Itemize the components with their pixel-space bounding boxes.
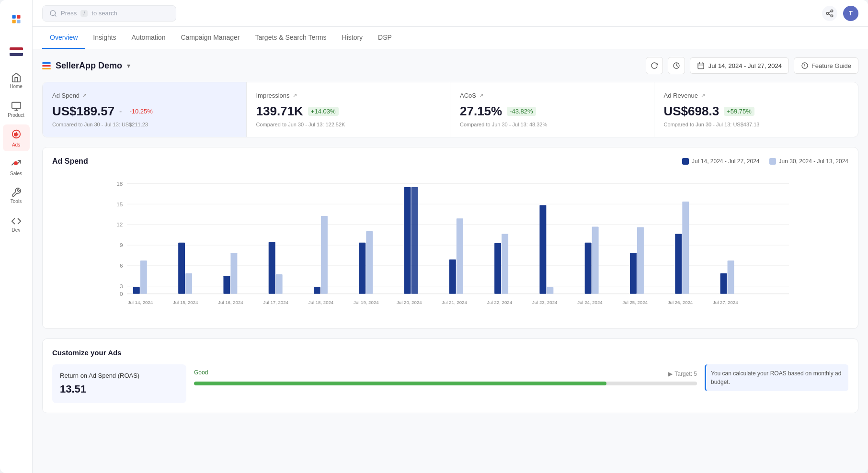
svg-rect-46 bbox=[321, 216, 328, 294]
metric-impressions: Impressions ↗ 139.71K +14.03% Compared t… bbox=[247, 82, 451, 137]
svg-point-11 bbox=[826, 12, 829, 14]
tab-history[interactable]: History bbox=[334, 27, 371, 49]
integrations-icon-btn[interactable] bbox=[822, 6, 837, 21]
flag-icon bbox=[10, 47, 23, 56]
svg-text:12: 12 bbox=[116, 221, 123, 227]
header-actions: Jul 14, 2024 - Jul 27, 2024 Feature Guid… bbox=[646, 57, 858, 74]
svg-rect-54 bbox=[502, 234, 508, 293]
sidebar-item-tools[interactable]: Tools bbox=[3, 182, 30, 209]
date-range-button[interactable]: Jul 14, 2024 - Jul 27, 2024 bbox=[690, 57, 789, 74]
legend-secondary: Jun 30, 2024 - Jul 13, 2024 bbox=[769, 158, 848, 165]
svg-rect-4 bbox=[11, 102, 20, 108]
svg-text:Jul 16, 2024: Jul 16, 2024 bbox=[218, 300, 243, 305]
svg-rect-62 bbox=[682, 202, 689, 294]
svg-line-9 bbox=[55, 15, 56, 16]
page-header: SellerApp Demo ▾ bbox=[42, 57, 858, 74]
svg-rect-44 bbox=[276, 274, 283, 294]
date-range-label: Jul 14, 2024 - Jul 27, 2024 bbox=[708, 62, 782, 69]
sidebar-logo[interactable] bbox=[3, 6, 30, 33]
impressions-link-icon[interactable]: ↗ bbox=[293, 92, 297, 99]
user-avatar[interactable]: T bbox=[843, 6, 858, 21]
roas-value: 13.51 bbox=[60, 383, 179, 395]
ad-revenue-link-icon[interactable]: ↗ bbox=[701, 92, 705, 99]
sidebar-item-product[interactable]: Product bbox=[3, 96, 30, 123]
chart-legend: Jul 14, 2024 - Jul 27, 2024 Jun 30, 2024… bbox=[682, 158, 848, 165]
svg-text:Jul 23, 2024: Jul 23, 2024 bbox=[532, 300, 558, 305]
tab-dsp[interactable]: DSP bbox=[370, 27, 400, 49]
svg-rect-59 bbox=[630, 253, 637, 294]
chart-header: Ad Spend Jul 14, 2024 - Jul 27, 2024 Jun… bbox=[52, 157, 848, 166]
svg-point-10 bbox=[831, 10, 833, 12]
svg-rect-38 bbox=[140, 260, 147, 294]
svg-rect-57 bbox=[585, 243, 592, 294]
impressions-compare: Compared to Jun 30 - Jul 13: 122.52K bbox=[256, 122, 441, 127]
tab-overview[interactable]: Overview bbox=[42, 27, 85, 49]
search-shortcut: / bbox=[80, 10, 88, 17]
svg-rect-48 bbox=[366, 231, 373, 294]
sidebar-product-label: Product bbox=[8, 113, 24, 118]
ad-revenue-label: Ad Revenue ↗ bbox=[664, 92, 849, 99]
svg-point-12 bbox=[831, 15, 833, 17]
sidebar-item-home[interactable]: Home bbox=[3, 67, 30, 94]
svg-rect-50 bbox=[411, 187, 418, 294]
sidebar-item-ads[interactable]: Ads bbox=[3, 124, 30, 151]
svg-rect-64 bbox=[728, 260, 734, 294]
ad-spend-value: US$189.57 bbox=[52, 104, 114, 119]
svg-rect-55 bbox=[539, 205, 546, 293]
acos-link-icon[interactable]: ↗ bbox=[479, 92, 483, 99]
tab-insights[interactable]: Insights bbox=[85, 27, 124, 49]
ad-revenue-compare: Compared to Jun 30 - Jul 13: US$437.13 bbox=[664, 122, 849, 127]
title-stripe bbox=[42, 62, 51, 69]
tab-automation[interactable]: Automation bbox=[124, 27, 173, 49]
title-dropdown-arrow[interactable]: ▾ bbox=[127, 62, 130, 69]
ad-spend-link-icon[interactable]: ↗ bbox=[82, 92, 87, 99]
svg-text:6: 6 bbox=[120, 262, 123, 269]
nav-tabs: Overview Insights Automation Campaign Ma… bbox=[33, 27, 868, 49]
roas-progress-fill bbox=[194, 382, 606, 385]
svg-rect-53 bbox=[494, 243, 501, 294]
ads-badge bbox=[14, 133, 18, 136]
svg-text:Jul 21, 2024: Jul 21, 2024 bbox=[442, 300, 467, 305]
impressions-value: 139.71K bbox=[256, 104, 303, 119]
feature-guide-label: Feature Guide bbox=[811, 62, 851, 69]
metrics-row: Ad Spend ↗ US$189.57 - -10.25% Compared … bbox=[42, 82, 858, 137]
sidebar-item-sales[interactable]: Sales bbox=[3, 153, 30, 180]
svg-rect-52 bbox=[457, 218, 463, 294]
page-title: SellerApp Demo bbox=[56, 61, 122, 71]
tab-targets[interactable]: Targets & Search Terms bbox=[247, 27, 334, 49]
svg-text:15: 15 bbox=[116, 201, 123, 207]
tab-campaign-manager[interactable]: Campaign Manager bbox=[173, 27, 247, 49]
svg-rect-2 bbox=[12, 20, 15, 23]
ad-spend-change: -10.25% bbox=[126, 107, 155, 116]
metric-ad-spend: Ad Spend ↗ US$189.57 - -10.25% Compared … bbox=[43, 82, 247, 137]
sidebar-item-dev[interactable]: Dev bbox=[3, 211, 30, 237]
stripe-line-3 bbox=[42, 68, 51, 69]
info-icon bbox=[801, 62, 809, 69]
search-box[interactable]: Press / to search bbox=[42, 5, 176, 22]
sidebar-tools-label: Tools bbox=[11, 199, 22, 204]
legend-primary: Jul 14, 2024 - Jul 27, 2024 bbox=[682, 158, 759, 165]
svg-text:Jul 26, 2024: Jul 26, 2024 bbox=[668, 300, 693, 305]
legend-dot-primary bbox=[682, 158, 689, 165]
top-bar-actions: T bbox=[822, 6, 858, 21]
main-area: Press / to search T Overview bbox=[33, 0, 868, 473]
feature-guide-button[interactable]: Feature Guide bbox=[794, 57, 858, 74]
stripe-line-1 bbox=[42, 62, 51, 64]
ad-spend-dash: - bbox=[119, 107, 122, 116]
search-suffix: to search bbox=[91, 10, 117, 17]
acos-compare: Compared to Jun 30 - Jul 13: 48.32% bbox=[460, 122, 644, 127]
svg-text:Jul 20, 2024: Jul 20, 2024 bbox=[397, 300, 422, 305]
sidebar-item-flag[interactable] bbox=[3, 38, 30, 65]
sidebar-sales-label: Sales bbox=[10, 171, 22, 176]
svg-line-13 bbox=[828, 14, 831, 15]
svg-rect-60 bbox=[637, 227, 644, 294]
svg-rect-58 bbox=[592, 226, 599, 293]
svg-text:Jul 27, 2024: Jul 27, 2024 bbox=[713, 300, 738, 305]
history-button[interactable] bbox=[668, 57, 685, 74]
svg-text:Jul 14, 2024: Jul 14, 2024 bbox=[128, 300, 153, 305]
svg-text:18: 18 bbox=[116, 180, 123, 187]
calendar-icon bbox=[697, 62, 705, 69]
sidebar-dev-label: Dev bbox=[12, 227, 21, 233]
refresh-button[interactable] bbox=[646, 57, 663, 74]
svg-rect-1 bbox=[17, 15, 20, 18]
